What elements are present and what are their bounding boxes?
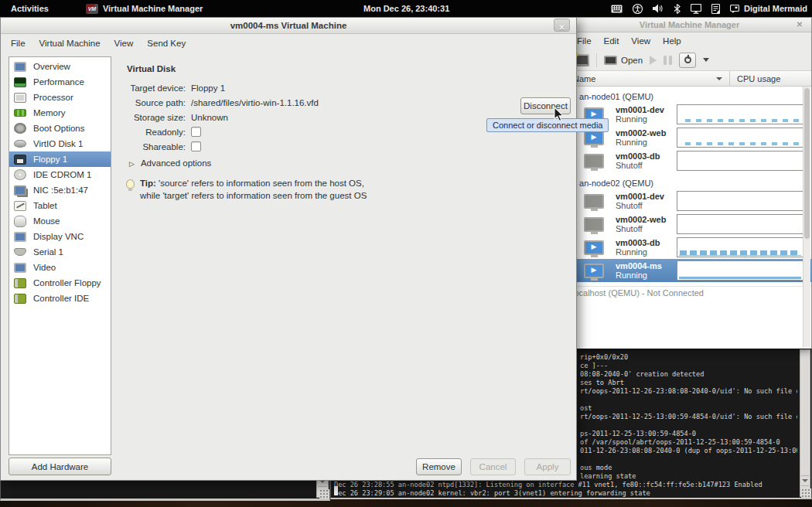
clock[interactable]: Mon Dec 26, 23:40:31: [363, 0, 449, 17]
open-button[interactable]: Open: [604, 56, 643, 65]
sidebar-item-nic[interactable]: NIC :5e:b1:47: [9, 182, 111, 198]
field-label: Readonly:: [127, 128, 186, 137]
sidebar-item-label: Mouse: [33, 216, 60, 226]
shutdown-vm-button[interactable]: [679, 53, 696, 68]
sidebar-item-virtio-disk[interactable]: VirtIO Disk 1: [9, 136, 111, 151]
menu-edit[interactable]: Edit: [598, 35, 626, 47]
vm-row[interactable]: vm0002-webShutoff: [568, 213, 811, 236]
cancel-button[interactable]: Cancel: [470, 458, 516, 475]
scroll-down-icon[interactable]: [801, 475, 809, 486]
floppy-disk-icon: [14, 155, 26, 165]
menu-view[interactable]: View: [625, 35, 657, 47]
host-group-row[interactable]: an-node02 (QEMU): [568, 177, 811, 189]
sidebar-item-overview[interactable]: Overview: [9, 59, 111, 74]
focused-app-menu[interactable]: Virtual Machine Manager: [86, 4, 203, 14]
performance-graph-icon: [14, 77, 26, 87]
add-hardware-button[interactable]: Add Hardware: [9, 458, 111, 475]
apply-button[interactable]: Apply: [524, 458, 571, 475]
chevron-down-icon[interactable]: [703, 58, 709, 65]
accessibility-icon[interactable]: [633, 4, 643, 14]
tooltip: Connect or disconnect media: [486, 118, 609, 132]
sidebar-item-controller-floppy[interactable]: Controller Floppy: [9, 275, 111, 291]
sidebar-item-floppy[interactable]: Floppy 1: [9, 151, 111, 167]
disk-fields: Target device:Floppy 1 Source path:/shar…: [127, 80, 319, 154]
vm-row[interactable]: vm0001-devShutoff: [568, 189, 811, 213]
bluetooth-icon[interactable]: [674, 4, 681, 14]
host-label: an-node02 (QEMU): [579, 179, 653, 188]
terminal-line: Dec 26 23:28:55 an-node02 ntpd[1332]: Li…: [334, 481, 797, 489]
menu-help[interactable]: Help: [657, 35, 687, 47]
dialog-title: vm0004-ms Virtual Machine: [1, 18, 576, 34]
sidebar-item-label: Overview: [33, 62, 70, 71]
cpu-chip-icon: [14, 93, 26, 103]
monitor-icon: [14, 62, 26, 72]
scrollbar-thumb[interactable]: [804, 88, 810, 239]
column-header-cpu[interactable]: CPU usage: [730, 71, 811, 86]
target-device-value: Floppy 1: [191, 83, 225, 93]
display-icon[interactable]: [691, 4, 701, 14]
scrollbar[interactable]: [803, 87, 810, 347]
sidebar-item-video[interactable]: Video: [9, 260, 111, 275]
resize-grip[interactable]: [319, 489, 329, 498]
controller-card-icon: [14, 294, 26, 304]
vm-row[interactable]: vm0003-dbShutoff: [568, 149, 811, 172]
column-header-name[interactable]: Name: [568, 71, 730, 86]
volume-icon[interactable]: [653, 4, 664, 13]
advanced-options-expander[interactable]: Advanced options: [129, 158, 211, 168]
cpu-usage-graph: [677, 104, 803, 124]
resize-grip[interactable]: [801, 488, 811, 498]
sidebar-item-label: Serial 1: [33, 247, 63, 257]
remove-button[interactable]: Remove: [416, 458, 462, 475]
vm-running-icon: [584, 240, 604, 255]
sidebar-item-display-vnc[interactable]: Display VNC: [9, 229, 111, 244]
run-vm-icon[interactable]: [650, 56, 657, 65]
keyboard-layout-icon[interactable]: [611, 5, 623, 13]
pause-vm-icon[interactable]: [664, 56, 672, 65]
sidebar-item-memory[interactable]: Memory: [9, 105, 111, 121]
vm-row-selected[interactable]: vm0004-msRunning: [568, 259, 811, 282]
focused-app-title: Virtual Machine Manager: [103, 4, 203, 13]
sidebar-item-label: NIC :5e:b1:47: [33, 185, 88, 195]
notes-icon[interactable]: [711, 4, 720, 14]
close-icon[interactable]: [554, 19, 570, 32]
sidebar-item-label: Floppy 1: [33, 155, 67, 164]
sidebar-item-controller-ide[interactable]: Controller IDE: [9, 291, 111, 306]
dialog-titlebar[interactable]: vm0004-ms Virtual Machine: [1, 18, 576, 34]
readonly-checkbox[interactable]: [191, 127, 201, 137]
user-menu[interactable]: Digital Mermaid: [730, 4, 807, 13]
cpu-usage-graph: [677, 214, 803, 234]
cpu-usage-graph: [677, 237, 803, 257]
sidebar-item-performance[interactable]: Performance: [9, 74, 111, 90]
host-group-row[interactable]: an-node01 (QEMU): [568, 90, 811, 103]
sidebar-item-processor[interactable]: Processor: [9, 90, 111, 105]
sidebar-item-ide-cdrom[interactable]: IDE CDROM 1: [9, 167, 111, 182]
shareable-checkbox[interactable]: [191, 141, 201, 151]
menu-view[interactable]: View: [107, 37, 141, 49]
tip-note: Tip: 'source' refers to information seen…: [126, 178, 367, 202]
monitor-icon: [604, 56, 617, 65]
vmm-titlebar[interactable]: Virtual Machine Manager: [568, 18, 811, 32]
host-row-disconnected[interactable]: localhost (QEMU) - Not Connected: [568, 286, 811, 298]
vm-shutoff-icon: [584, 154, 604, 168]
gnome-top-bar: Activities Virtual Machine Manager Mon D…: [0, 0, 812, 17]
field-label: Target device:: [127, 83, 186, 93]
close-icon[interactable]: [793, 19, 806, 30]
mouse-cursor: [553, 107, 565, 122]
menu-virtual-machine[interactable]: Virtual Machine: [32, 37, 107, 49]
sidebar-item-tablet[interactable]: Tablet: [9, 198, 111, 213]
scrollbar[interactable]: [800, 349, 810, 497]
activities-button[interactable]: Activities: [8, 4, 52, 13]
menu-file[interactable]: File: [4, 37, 32, 49]
sidebar-item-boot-options[interactable]: Boot Options: [9, 121, 111, 136]
terminal-cursor: [334, 486, 338, 495]
sidebar-item-mouse[interactable]: Mouse: [9, 213, 111, 229]
vmm-window: Virtual Machine Manager File Edit View H…: [567, 17, 812, 349]
vm-row[interactable]: vm0003-dbRunning: [568, 236, 811, 259]
sidebar-item-serial[interactable]: Serial 1: [9, 244, 111, 260]
app-icon: [86, 4, 98, 14]
cpu-usage-graph: [677, 151, 803, 171]
terminal-line: Dec 26 23:29:05 an-node02 kernel: vbr2: …: [334, 489, 797, 498]
menu-send-key[interactable]: Send Key: [140, 37, 193, 49]
field-label: Storage size:: [127, 113, 186, 122]
expander-icon: [129, 158, 135, 168]
